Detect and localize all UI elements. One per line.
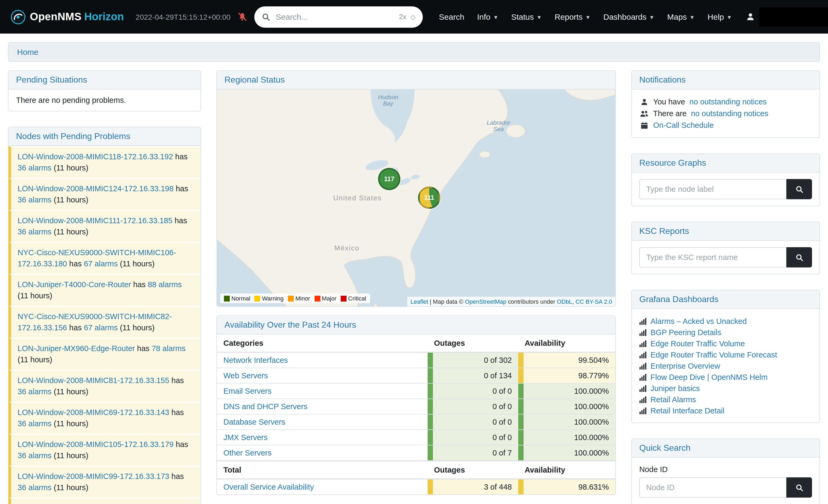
- node-link[interactable]: LON-Window-2008-MIMIC81-172.16.33.155: [17, 376, 169, 385]
- dashboard-grid: Pending Situations There are no pending …: [8, 70, 820, 504]
- map-marker-cluster[interactable]: 111: [418, 186, 441, 209]
- grafana-dashboard-link[interactable]: Enterprise Overview: [651, 362, 720, 370]
- pending-node-item: NYC-Cisco-NEXUS9000-SWITCH-MIMIC82-172.1…: [8, 306, 201, 338]
- on-call-schedule-link[interactable]: On-Call Schedule: [653, 121, 714, 130]
- nav-menu-item[interactable]: Reports▼: [548, 12, 597, 21]
- alarms-link[interactable]: 36 alarms: [17, 420, 51, 428]
- nav-menu-item[interactable]: Maps▼: [661, 12, 701, 21]
- grafana-dashboard-link[interactable]: Edge Router Traffic Volume Forecast: [651, 350, 777, 359]
- opennms-logo[interactable]: OpenNMS Horizon: [11, 9, 124, 24]
- grafana-dashboard-item: Alarms – Acked vs Unacked: [639, 315, 812, 327]
- ksc-reports-search-button[interactable]: [786, 247, 812, 268]
- openstreetmap-link[interactable]: OpenStreetMap: [465, 299, 506, 305]
- pending-node-item: LON-Juniper-T4000-Core-Router has 88 ala…: [8, 274, 201, 306]
- alarms-link[interactable]: 36 alarms: [17, 164, 51, 172]
- alarms-link[interactable]: 36 alarms: [17, 195, 51, 204]
- outstanding-notices-link[interactable]: no outstanding notices: [691, 109, 768, 118]
- node-link[interactable]: LON-Window-2008-MIMIC105-172.16.33.179: [17, 440, 173, 449]
- alarms-link[interactable]: 36 alarms: [17, 387, 51, 396]
- grafana-dashboard-item: Retail Interface Detail: [639, 405, 812, 416]
- grafana-dashboard-item: Retail Alarms: [639, 394, 812, 405]
- alarm-duration: (11 hours): [53, 195, 88, 204]
- chart-bars-icon: [639, 362, 647, 369]
- grafana-dashboard-link[interactable]: Juniper basics: [651, 384, 700, 393]
- nodes-pending-problems-card: Nodes with Pending Problems LON-Window-2…: [8, 127, 201, 504]
- node-id-search-button[interactable]: [786, 477, 812, 498]
- notifications-off-icon[interactable]: [238, 12, 247, 21]
- nav-menu-item[interactable]: Help▼: [701, 12, 738, 21]
- col-outages: Outages: [427, 334, 518, 352]
- search-shortcut-hint: 2x: [399, 13, 406, 21]
- node-label-search-input[interactable]: [639, 179, 786, 199]
- global-search[interactable]: 2x ◇: [255, 6, 423, 28]
- nav-menu-item-label: Reports: [554, 12, 582, 21]
- chart-bars-icon: [639, 317, 647, 325]
- alarms-link[interactable]: 88 alarms: [148, 280, 181, 289]
- breadcrumb-home-link[interactable]: Home: [17, 47, 38, 56]
- node-link[interactable]: LON-Window-2008-MIMIC99-172.16.33.173: [17, 472, 169, 481]
- overall-availability-link[interactable]: Overall Service Availability: [223, 483, 314, 491]
- alarm-duration: (11 hours): [53, 228, 88, 236]
- category-link[interactable]: Database Servers: [223, 418, 285, 426]
- alarms-link[interactable]: 36 alarms: [17, 484, 51, 492]
- node-link[interactable]: LON-Window-2008-MIMIC111-172.16.33.185: [17, 216, 172, 225]
- category-link[interactable]: Web Servers: [223, 371, 268, 380]
- search-icon: [262, 12, 271, 21]
- node-link[interactable]: LON-Window-2008-MIMIC69-172.16.33.143: [17, 408, 169, 417]
- severity-color-swatch: [255, 295, 260, 301]
- notification-prefix: There are: [653, 109, 687, 118]
- pending-situations-card: Pending Situations There are no pending …: [8, 70, 201, 111]
- node-has-text: has: [175, 152, 188, 161]
- category-link[interactable]: Email Servers: [223, 387, 272, 395]
- alarms-link[interactable]: 67 alarms: [84, 323, 118, 332]
- alarms-link[interactable]: 36 alarms: [17, 228, 51, 236]
- cc-license-link[interactable]: CC BY-SA 2.0: [576, 299, 612, 305]
- alarms-link[interactable]: 78 alarms: [152, 344, 185, 353]
- user-icon: [639, 98, 649, 106]
- node-link[interactable]: LON-Juniper-T4000-Core-Router: [17, 280, 131, 289]
- total-availability-label: Availability: [518, 461, 615, 478]
- node-link[interactable]: LON-Juniper-MX960-Edge-Router: [17, 344, 135, 353]
- grafana-dashboard-link[interactable]: Flow Deep Dive | OpenNMS Helm: [651, 373, 768, 381]
- severity-label: Normal: [232, 295, 250, 302]
- node-link[interactable]: LON-Window-2008-MIMIC124-172.16.33.198: [17, 184, 173, 193]
- outages-value: 0 of 0: [492, 387, 512, 395]
- node-link[interactable]: LON-Window-2008-MIMIC118-172.16.33.192: [17, 152, 173, 161]
- username-redacted[interactable]: [759, 7, 828, 27]
- node-has-text: has: [137, 344, 150, 353]
- odbl-link[interactable]: ODbL: [557, 299, 572, 305]
- grafana-dashboard-link[interactable]: Retail Alarms: [651, 395, 696, 404]
- grafana-dashboard-link[interactable]: Alarms – Acked vs Unacked: [651, 317, 747, 325]
- grafana-dashboard-link[interactable]: Edge Router Traffic Volume: [651, 339, 745, 348]
- col-availability: Availability: [518, 334, 615, 352]
- node-id-input[interactable]: [639, 477, 786, 498]
- category-link[interactable]: DNS and DHCP Servers: [223, 402, 307, 411]
- alarms-link[interactable]: 67 alarms: [84, 260, 118, 268]
- resource-graphs-search-button[interactable]: [786, 179, 812, 199]
- main-menu: Search▼ Info▼ Status▼ Reports▼ Dashboard…: [433, 12, 738, 21]
- left-column: Pending Situations There are no pending …: [8, 70, 201, 504]
- right-column: Notifications You have no outstanding no…: [631, 70, 820, 504]
- attribution-text: contributors under: [506, 299, 557, 305]
- nav-menu-item[interactable]: Dashboards▼: [597, 12, 661, 21]
- category-link[interactable]: Other Servers: [223, 449, 272, 457]
- global-search-input[interactable]: [275, 12, 395, 22]
- alarms-link[interactable]: 36 alarms: [17, 452, 51, 460]
- grafana-dashboard-link[interactable]: BGP Peering Details: [651, 328, 721, 336]
- grafana-dashboard-link[interactable]: Retail Interface Detail: [651, 406, 724, 415]
- leaflet-link[interactable]: Leaflet: [411, 299, 428, 305]
- outstanding-notices-link[interactable]: no outstanding notices: [689, 97, 767, 106]
- ksc-reports-title: KSC Reports: [632, 222, 820, 241]
- regional-status-map[interactable]: Hudson Bay Labrador Sea United States Mé…: [217, 90, 615, 306]
- user-icon: [746, 12, 755, 21]
- category-link[interactable]: JMX Servers: [223, 433, 267, 442]
- nav-menu-item[interactable]: Status▼: [505, 12, 548, 21]
- category-link[interactable]: Network Interfaces: [223, 356, 288, 364]
- availability-rows: Network Interfaces 0 of 302 99.504% Web …: [217, 353, 615, 460]
- grafana-dashboards-card: Grafana Dashboards Alarms – Acked vs Una…: [631, 290, 820, 423]
- nav-menu-item[interactable]: Search▼: [433, 12, 471, 21]
- nav-menu-item[interactable]: Info▼: [471, 12, 505, 21]
- ksc-report-search-input[interactable]: [639, 247, 786, 268]
- map-marker-cluster[interactable]: 117: [378, 168, 401, 190]
- availability-total-header: Total Outages Availability: [217, 460, 615, 479]
